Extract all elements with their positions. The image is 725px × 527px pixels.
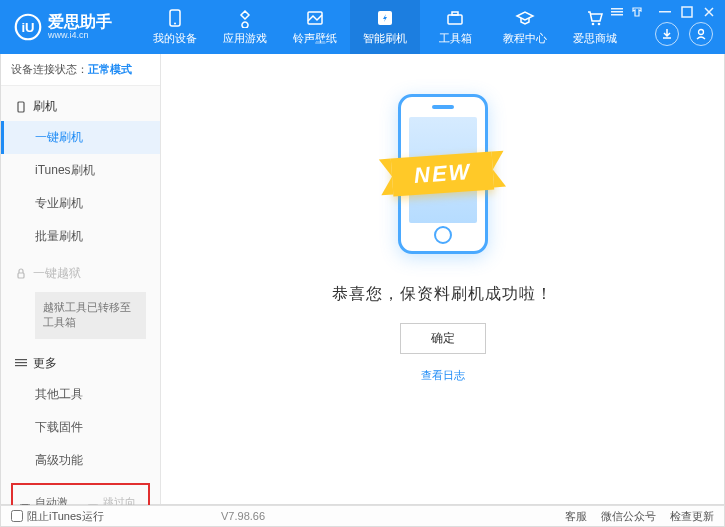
svg-point-15 bbox=[699, 30, 704, 35]
skin-icon[interactable] bbox=[631, 6, 643, 18]
more-icon bbox=[15, 357, 27, 369]
sidebar-section-more[interactable]: 更多 bbox=[1, 349, 160, 378]
phone-flash-icon bbox=[15, 101, 27, 113]
main-content: ✓ NEW 恭喜您，保资料刷机成功啦！ 确定 查看日志 bbox=[161, 54, 724, 504]
svg-rect-16 bbox=[18, 102, 24, 112]
block-itunes-checkbox[interactable]: 阻止iTunes运行 bbox=[11, 509, 104, 524]
nav-apps[interactable]: 应用游戏 bbox=[210, 0, 280, 54]
svg-point-8 bbox=[592, 23, 595, 26]
status-bar: 阻止iTunes运行 V7.98.66 客服 微信公众号 检查更新 bbox=[0, 505, 725, 527]
logo-icon: iU bbox=[14, 13, 42, 41]
svg-rect-13 bbox=[659, 11, 671, 13]
jailbreak-note: 越狱工具已转移至工具箱 bbox=[35, 292, 146, 339]
sidebar-item-batch[interactable]: 批量刷机 bbox=[1, 220, 160, 253]
version-label: V7.98.66 bbox=[221, 510, 265, 522]
image-icon bbox=[305, 8, 325, 28]
svg-point-9 bbox=[598, 23, 601, 26]
svg-rect-12 bbox=[611, 14, 623, 16]
svg-rect-19 bbox=[15, 362, 27, 363]
window-controls bbox=[611, 6, 715, 18]
update-link[interactable]: 检查更新 bbox=[670, 509, 714, 524]
cart-icon bbox=[585, 8, 605, 28]
logo-area: iU 爱思助手 www.i4.cn bbox=[0, 13, 140, 41]
support-link[interactable]: 客服 bbox=[565, 509, 587, 524]
ok-button[interactable]: 确定 bbox=[400, 323, 486, 354]
success-illustration: ✓ NEW bbox=[338, 84, 548, 264]
success-message: 恭喜您，保资料刷机成功啦！ bbox=[332, 284, 553, 305]
app-name: 爱思助手 bbox=[48, 14, 112, 30]
app-header: iU 爱思助手 www.i4.cn 我的设备 应用游戏 铃声壁纸 智能刷机 工具… bbox=[0, 0, 725, 54]
nav-toolbox[interactable]: 工具箱 bbox=[420, 0, 490, 54]
app-sub: www.i4.cn bbox=[48, 30, 112, 40]
sidebar-section-jailbreak: 一键越狱 bbox=[1, 259, 160, 288]
user-icon bbox=[695, 28, 707, 40]
menu-icon[interactable] bbox=[611, 6, 623, 18]
svg-rect-18 bbox=[15, 359, 27, 360]
lock-icon bbox=[15, 268, 27, 280]
svg-rect-14 bbox=[682, 7, 692, 17]
flash-icon bbox=[375, 8, 395, 28]
nav-my-device[interactable]: 我的设备 bbox=[140, 0, 210, 54]
svg-rect-17 bbox=[18, 273, 24, 278]
nav-ringtone[interactable]: 铃声壁纸 bbox=[280, 0, 350, 54]
view-log-link[interactable]: 查看日志 bbox=[421, 368, 465, 383]
top-nav: 我的设备 应用游戏 铃声壁纸 智能刷机 工具箱 教程中心 爱思商城 bbox=[140, 0, 630, 54]
download-button[interactable] bbox=[655, 22, 679, 46]
nav-tutorial[interactable]: 教程中心 bbox=[490, 0, 560, 54]
nav-flash[interactable]: 智能刷机 bbox=[350, 0, 420, 54]
user-button[interactable] bbox=[689, 22, 713, 46]
svg-rect-11 bbox=[611, 11, 623, 13]
sidebar-item-pro[interactable]: 专业刷机 bbox=[1, 187, 160, 220]
minimize-icon[interactable] bbox=[659, 6, 671, 18]
sidebar-item-advanced[interactable]: 高级功能 bbox=[1, 444, 160, 477]
svg-rect-6 bbox=[448, 15, 462, 24]
maximize-icon[interactable] bbox=[681, 6, 693, 18]
download-icon bbox=[661, 28, 673, 40]
connection-status: 设备连接状态：正常模式 bbox=[1, 54, 160, 86]
sidebar-item-firmware[interactable]: 下载固件 bbox=[1, 411, 160, 444]
svg-text:iU: iU bbox=[21, 20, 34, 35]
sidebar-section-flash[interactable]: 刷机 bbox=[1, 92, 160, 121]
graduate-icon bbox=[515, 8, 535, 28]
sidebar-item-onekey[interactable]: 一键刷机 bbox=[1, 121, 160, 154]
toolbox-icon bbox=[445, 8, 465, 28]
new-ribbon: NEW bbox=[391, 152, 495, 197]
svg-rect-7 bbox=[452, 12, 458, 15]
svg-point-3 bbox=[174, 23, 176, 25]
sidebar: 设备连接状态：正常模式 刷机 一键刷机 iTunes刷机 专业刷机 批量刷机 一… bbox=[1, 54, 161, 504]
sidebar-item-othertools[interactable]: 其他工具 bbox=[1, 378, 160, 411]
svg-rect-10 bbox=[611, 8, 623, 10]
wechat-link[interactable]: 微信公众号 bbox=[601, 509, 656, 524]
close-icon[interactable] bbox=[703, 6, 715, 18]
svg-rect-20 bbox=[15, 365, 27, 366]
phone-icon bbox=[165, 8, 185, 28]
apps-icon bbox=[235, 8, 255, 28]
sidebar-item-itunes[interactable]: iTunes刷机 bbox=[1, 154, 160, 187]
